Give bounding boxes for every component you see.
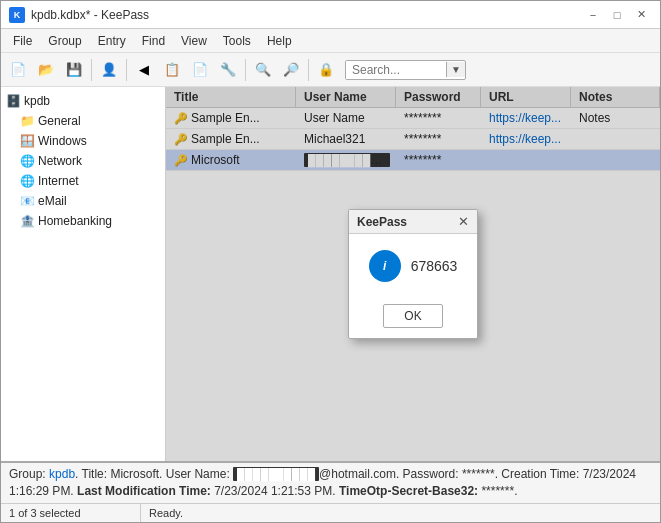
- menu-find[interactable]: Find: [134, 32, 173, 50]
- status-footer: 1 of 3 selected Ready.: [1, 503, 660, 522]
- sidebar-item-email[interactable]: 📧 eMail: [1, 191, 165, 211]
- dialog-overlay: KeePass ✕ i 678663 OK: [166, 87, 660, 461]
- maximize-button[interactable]: □: [606, 6, 628, 24]
- status-mod-label: Last Modification Time:: [77, 484, 211, 498]
- status-totp-label: TimeOtp-Secret-Base32:: [339, 484, 478, 498]
- windows-folder-icon: 🪟: [19, 133, 35, 149]
- open-button[interactable]: 📂: [33, 57, 59, 83]
- status-masked-user: ██████████: [233, 467, 319, 481]
- dialog-footer: OK: [349, 298, 477, 338]
- dialog-value: 678663: [411, 258, 458, 274]
- title-bar-controls: − □ ✕: [582, 6, 652, 24]
- status-info: Group: kpdb. Title: Microsoft. User Name…: [9, 467, 636, 498]
- status-kpdb-link[interactable]: kpdb: [49, 467, 75, 481]
- back-button[interactable]: ◀: [131, 57, 157, 83]
- title-bar: K kpdb.kdbx* - KeePass − □ ✕: [1, 1, 660, 29]
- info-icon: i: [369, 250, 401, 282]
- new-button[interactable]: 📄: [5, 57, 31, 83]
- email-label: eMail: [38, 194, 67, 208]
- menu-view[interactable]: View: [173, 32, 215, 50]
- toolbar: 📄 📂 💾 👤 ◀ 📋 📄 🔧 🔍 🔎 🔒 ▼: [1, 53, 660, 87]
- homebanking-folder-icon: 🏦: [19, 213, 35, 229]
- search-icon-btn[interactable]: 🔍: [250, 57, 276, 83]
- separator-4: [308, 59, 309, 81]
- search-input[interactable]: [346, 61, 446, 79]
- search-box: ▼: [345, 60, 466, 80]
- sidebar-item-homebanking[interactable]: 🏦 Homebanking: [1, 211, 165, 231]
- save-button[interactable]: 💾: [61, 57, 87, 83]
- main-area: 🗄️ kpdb 📁 General 🪟 Windows 🌐 Network 🌐 …: [1, 87, 660, 461]
- network-folder-icon: 🌐: [19, 153, 35, 169]
- window-title: kpdb.kdbx* - KeePass: [31, 8, 149, 22]
- status-bar: Group: kpdb. Title: Microsoft. User Name…: [1, 461, 660, 503]
- sidebar-item-windows[interactable]: 🪟 Windows: [1, 131, 165, 151]
- close-button[interactable]: ✕: [630, 6, 652, 24]
- minimize-button[interactable]: −: [582, 6, 604, 24]
- menu-entry[interactable]: Entry: [90, 32, 134, 50]
- dialog-close-button[interactable]: ✕: [458, 214, 469, 229]
- selected-count: 1 of 3 selected: [1, 504, 141, 522]
- separator-1: [91, 59, 92, 81]
- menu-bar: File Group Entry Find View Tools Help: [1, 29, 660, 53]
- windows-label: Windows: [38, 134, 87, 148]
- sidebar-root[interactable]: 🗄️ kpdb: [1, 91, 165, 111]
- lock-btn[interactable]: 🔒: [313, 57, 339, 83]
- internet-label: Internet: [38, 174, 79, 188]
- menu-group[interactable]: Group: [40, 32, 89, 50]
- status-mod-time: 7/23/2024 1:21:53 PM.: [211, 484, 339, 498]
- menu-help[interactable]: Help: [259, 32, 300, 50]
- network-label: Network: [38, 154, 82, 168]
- user-button[interactable]: 👤: [96, 57, 122, 83]
- ok-button[interactable]: OK: [383, 304, 442, 328]
- ready-status: Ready.: [141, 504, 191, 522]
- root-label: kpdb: [24, 94, 50, 108]
- app-icon: K: [9, 7, 25, 23]
- content-area: Title User Name Password URL Notes 🔑 Sam…: [166, 87, 660, 461]
- find-btn[interactable]: 🔎: [278, 57, 304, 83]
- folder-icon: 🗄️: [5, 93, 21, 109]
- separator-3: [245, 59, 246, 81]
- menu-file[interactable]: File: [5, 32, 40, 50]
- sidebar-item-general[interactable]: 📁 General: [1, 111, 165, 131]
- sidebar-item-internet[interactable]: 🌐 Internet: [1, 171, 165, 191]
- dialog-body: i 678663: [349, 234, 477, 298]
- general-label: General: [38, 114, 81, 128]
- menu-tools[interactable]: Tools: [215, 32, 259, 50]
- sidebar-item-network[interactable]: 🌐 Network: [1, 151, 165, 171]
- homebanking-label: Homebanking: [38, 214, 112, 228]
- tools-btn2[interactable]: 🔧: [215, 57, 241, 83]
- paste-button[interactable]: 📄: [187, 57, 213, 83]
- search-dropdown[interactable]: ▼: [446, 62, 465, 77]
- email-folder-icon: 📧: [19, 193, 35, 209]
- status-totp-value: *******.: [478, 484, 517, 498]
- title-bar-left: K kpdb.kdbx* - KeePass: [9, 7, 149, 23]
- dialog-title-bar: KeePass ✕: [349, 210, 477, 234]
- status-group-label: Group:: [9, 467, 49, 481]
- general-folder-icon: 📁: [19, 113, 35, 129]
- copy-button[interactable]: 📋: [159, 57, 185, 83]
- status-text1: . Title: Microsoft. User Name:: [75, 467, 233, 481]
- dialog-title: KeePass: [357, 215, 407, 229]
- separator-2: [126, 59, 127, 81]
- internet-folder-icon: 🌐: [19, 173, 35, 189]
- keepass-dialog: KeePass ✕ i 678663 OK: [348, 209, 478, 339]
- sidebar: 🗄️ kpdb 📁 General 🪟 Windows 🌐 Network 🌐 …: [1, 87, 166, 461]
